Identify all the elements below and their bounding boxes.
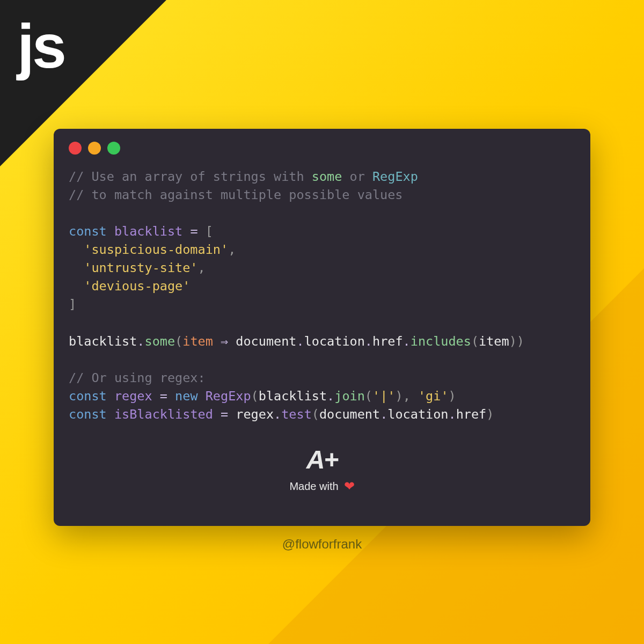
punct: .: [380, 407, 387, 422]
js-logo: js: [17, 11, 64, 82]
punct: .: [137, 334, 144, 349]
string: 'untrusty-site': [84, 260, 197, 275]
comment-text: // Use an array of strings with: [69, 169, 312, 184]
method: join: [334, 389, 365, 404]
punct: ,: [228, 242, 236, 257]
keyword: const: [69, 389, 107, 404]
comment-keyword: RegExp: [372, 169, 418, 184]
made-with-label: Made with: [289, 480, 338, 493]
punct: (: [471, 334, 479, 349]
param: item: [182, 334, 213, 349]
close-icon[interactable]: [69, 142, 82, 155]
punct: ): [449, 389, 456, 404]
variable: blacklist: [69, 334, 137, 349]
punct: .: [365, 334, 372, 349]
string: 'devious-page': [84, 279, 190, 294]
property: href: [456, 407, 487, 422]
comment-keyword: some: [312, 169, 342, 184]
punct: .: [274, 407, 281, 422]
punct: ,: [198, 260, 206, 275]
string: '|': [372, 389, 395, 404]
punct: [: [206, 224, 213, 239]
operator: =: [182, 224, 205, 239]
minimize-icon[interactable]: [88, 142, 101, 155]
punct: ,: [403, 389, 411, 404]
punct: (: [365, 389, 372, 404]
punct: (: [175, 334, 182, 349]
punct: ): [517, 334, 524, 349]
string: 'suspicious-domain': [84, 242, 228, 257]
punct: ): [509, 334, 517, 349]
window-controls: [69, 142, 575, 155]
footer-branding: A+ Made with ❤: [289, 445, 354, 494]
property: location: [304, 334, 365, 349]
punct: (: [312, 407, 319, 422]
param: item: [479, 334, 509, 349]
maximize-icon[interactable]: [107, 142, 120, 155]
keyword: const: [69, 407, 107, 422]
heart-icon: ❤: [344, 479, 355, 494]
method: includes: [411, 334, 471, 349]
comment-text: // Or using regex:: [69, 370, 206, 385]
property: location: [387, 407, 448, 422]
string: 'gi': [418, 389, 449, 404]
property: document: [236, 334, 296, 349]
method: some: [145, 334, 175, 349]
brand-logo: A+: [289, 445, 354, 474]
punct: ]: [69, 297, 76, 312]
operator: =: [213, 407, 236, 422]
made-with-text: Made with ❤: [289, 479, 354, 494]
punct: .: [296, 334, 304, 349]
keyword: new: [175, 389, 197, 404]
property: document: [319, 407, 380, 422]
variable: isBlacklisted: [114, 407, 213, 422]
variable: regex: [236, 407, 274, 422]
punct: .: [448, 407, 456, 422]
variable: blacklist: [259, 389, 327, 404]
comment-text: or: [342, 169, 372, 184]
punct: (: [251, 389, 259, 404]
punct: .: [327, 389, 334, 404]
code-window: // Use an array of strings with some or …: [54, 129, 590, 526]
keyword: const: [69, 224, 107, 239]
comment-text: // to match against multiple possible va…: [69, 187, 403, 202]
class: RegExp: [206, 389, 251, 404]
punct: ): [395, 389, 402, 404]
method: test: [281, 407, 312, 422]
arrow: ⇒: [213, 334, 236, 349]
variable: blacklist: [114, 224, 182, 239]
code-block: // Use an array of strings with some or …: [69, 167, 575, 423]
punct: ): [486, 407, 494, 422]
author-handle: @flowforfrank: [282, 537, 362, 552]
punct: .: [403, 334, 411, 349]
operator: =: [152, 389, 175, 404]
variable: regex: [114, 389, 152, 404]
property: href: [372, 334, 403, 349]
